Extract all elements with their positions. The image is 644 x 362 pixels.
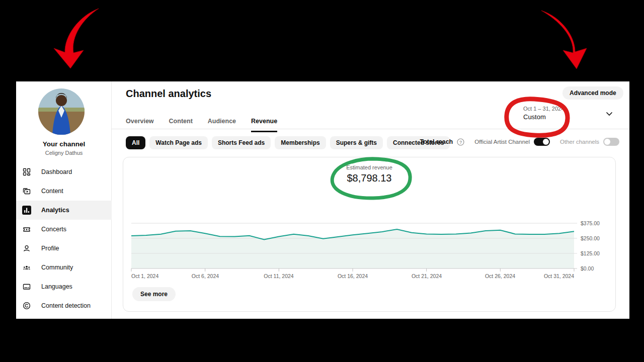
- sidebar-item-content-detection[interactable]: Content detection: [16, 296, 112, 315]
- toggle-knob: [543, 139, 549, 145]
- sidebar-item-community[interactable]: Community: [16, 258, 112, 277]
- x-tick-label: Oct 11, 2024: [264, 273, 293, 279]
- revenue-chart[interactable]: [123, 157, 615, 311]
- help-icon[interactable]: ?: [457, 138, 464, 146]
- sidebar-item-dashboard[interactable]: Dashboard: [16, 162, 112, 182]
- other-channels-label: Other channels: [560, 139, 599, 145]
- toggle-knob: [604, 139, 610, 145]
- x-tick-label: Oct 21, 2024: [412, 273, 442, 279]
- sidebar-item-label: Community: [41, 264, 73, 271]
- y-tick-label: $250.00: [581, 235, 600, 241]
- youtube-studio-window: Your channel Celigny Dathus Dashboard Co…: [16, 81, 629, 319]
- red-arrow-right-annotation: [541, 11, 587, 69]
- other-channels-toggle[interactable]: [603, 138, 619, 146]
- chevron-down-icon[interactable]: [606, 112, 613, 116]
- sidebar-item-label: Dashboard: [41, 168, 72, 175]
- date-range-text: Oct 1 – 31, 2024: [523, 106, 564, 112]
- official-artist-channel-toggle[interactable]: [534, 138, 550, 146]
- chip-all[interactable]: All: [126, 136, 145, 149]
- official-artist-channel-label: Official Artist Channel: [474, 139, 530, 145]
- avatar-photo: [38, 88, 85, 135]
- channel-avatar[interactable]: [38, 88, 85, 135]
- sidebar-item-content[interactable]: Content: [16, 182, 112, 201]
- x-tick-label: Oct 1, 2024: [131, 273, 158, 279]
- page-title: Channel analytics: [126, 88, 211, 100]
- see-more-button[interactable]: See more: [132, 287, 176, 301]
- chip-shorts-feed-ads[interactable]: Shorts Feed ads: [212, 136, 271, 149]
- sidebar-item-label: Concerts: [41, 226, 66, 233]
- sidebar-item-languages[interactable]: Languages: [16, 277, 112, 296]
- sidebar-item-label: Content: [41, 188, 63, 195]
- date-range-selector[interactable]: Oct 1 – 31, 2024 Custom: [523, 106, 564, 121]
- y-tick-label: $125.00: [581, 250, 600, 256]
- sidebar: Your channel Celigny Dathus Dashboard Co…: [16, 81, 112, 319]
- sidebar-item-label: Analytics: [41, 207, 69, 214]
- stage: Your channel Celigny Dathus Dashboard Co…: [0, 0, 644, 362]
- svg-text:?: ?: [459, 139, 462, 144]
- date-mode-text: Custom: [523, 113, 564, 121]
- x-tick-label: Oct 31, 2024: [544, 273, 574, 279]
- chip-supers-gifts[interactable]: Supers & gifts: [330, 136, 383, 149]
- y-tick-label: $375.00: [581, 220, 600, 226]
- ticket-icon: [22, 225, 31, 234]
- copyright-icon: [22, 301, 31, 310]
- sidebar-item-analytics[interactable]: Analytics: [16, 201, 112, 220]
- channel-title: Your channel: [16, 140, 112, 148]
- tab-overview[interactable]: Overview: [126, 118, 154, 132]
- x-tick-label: Oct 26, 2024: [485, 273, 515, 279]
- person-icon: [22, 244, 31, 253]
- total-reach-controls: Total reach ? Official Artist Channel Ot…: [420, 138, 620, 146]
- tab-audience[interactable]: Audience: [208, 118, 236, 132]
- analytics-tabs: Overview Content Audience Revenue: [126, 118, 277, 132]
- sidebar-item-label: Profile: [41, 245, 59, 252]
- chip-memberships[interactable]: Memberships: [275, 136, 326, 149]
- analytics-icon: [22, 206, 31, 215]
- sidebar-item-profile[interactable]: Profile: [16, 239, 112, 258]
- tab-revenue[interactable]: Revenue: [251, 118, 277, 132]
- community-icon: [22, 263, 31, 272]
- red-arrow-left-annotation: [54, 9, 99, 68]
- sidebar-nav: Dashboard Content Analytics: [16, 162, 112, 315]
- tab-content[interactable]: Content: [169, 118, 193, 132]
- advanced-mode-button[interactable]: Advanced mode: [562, 86, 623, 100]
- y-tick-label: $0.00: [581, 265, 594, 272]
- sidebar-item-label: Content detection: [41, 302, 91, 309]
- x-axis-ticks: [131, 268, 574, 272]
- sidebar-item-label: Languages: [41, 283, 72, 290]
- revenue-filter-chips: All Watch Page ads Shorts Feed ads Membe…: [126, 136, 450, 149]
- content-icon: [22, 187, 31, 196]
- tabs-divider: [112, 129, 629, 129]
- dashboard-icon: [22, 167, 31, 176]
- chip-watch-page-ads[interactable]: Watch Page ads: [149, 136, 208, 149]
- languages-icon: [22, 282, 31, 291]
- sidebar-item-concerts[interactable]: Concerts: [16, 220, 112, 239]
- channel-owner-name: Celigny Dathus: [16, 150, 112, 156]
- total-reach-label: Total reach: [420, 138, 453, 145]
- estimated-revenue-card: Estimated revenue $8,798.13 $3: [123, 157, 616, 312]
- x-tick-label: Oct 16, 2024: [338, 273, 368, 279]
- x-tick-label: Oct 6, 2024: [192, 273, 219, 279]
